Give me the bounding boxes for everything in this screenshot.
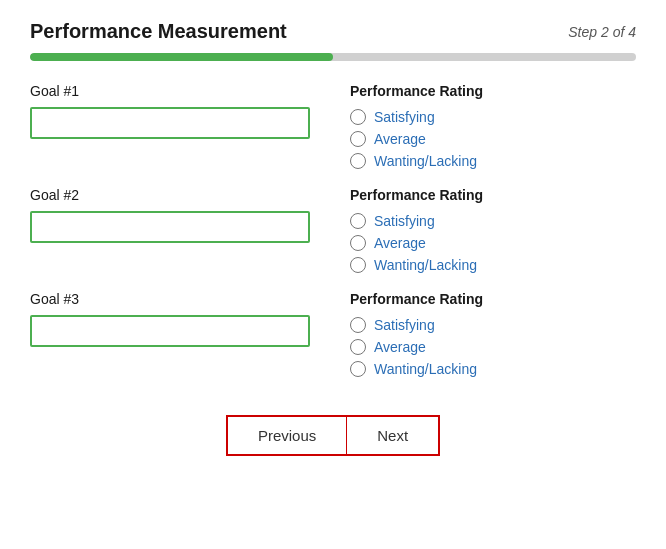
radio-option-2-1[interactable]: Satisfying (350, 213, 636, 229)
goal-left-2: Goal #2 (30, 187, 350, 243)
radio-label-2-3: Wanting/Lacking (374, 257, 477, 273)
goal-input-2[interactable] (30, 211, 310, 243)
radio-label-2-2: Average (374, 235, 426, 251)
radio-option-3-1[interactable]: Satisfying (350, 317, 636, 333)
performance-label-3: Performance Rating (350, 291, 636, 307)
radio-input-3-3[interactable] (350, 361, 366, 377)
radio-input-3-1[interactable] (350, 317, 366, 333)
next-button[interactable]: Next (347, 417, 438, 454)
radio-input-1-1[interactable] (350, 109, 366, 125)
performance-label-1: Performance Rating (350, 83, 636, 99)
radio-option-3-3[interactable]: Wanting/Lacking (350, 361, 636, 377)
goal-row-3: Goal #3Performance RatingSatisfyingAvera… (30, 291, 636, 377)
radio-label-3-1: Satisfying (374, 317, 435, 333)
goals-section: Goal #1Performance RatingSatisfyingAvera… (30, 83, 636, 395)
radio-input-1-3[interactable] (350, 153, 366, 169)
radio-group-3: SatisfyingAverageWanting/Lacking (350, 317, 636, 377)
goal-input-1[interactable] (30, 107, 310, 139)
progress-bar-container (30, 53, 636, 61)
goal-row-1: Goal #1Performance RatingSatisfyingAvera… (30, 83, 636, 169)
page-title: Performance Measurement (30, 20, 287, 43)
radio-option-2-2[interactable]: Average (350, 235, 636, 251)
radio-option-3-2[interactable]: Average (350, 339, 636, 355)
performance-label-2: Performance Rating (350, 187, 636, 203)
radio-option-1-3[interactable]: Wanting/Lacking (350, 153, 636, 169)
progress-bar-fill (30, 53, 333, 61)
previous-button[interactable]: Previous (228, 417, 346, 454)
radio-label-1-3: Wanting/Lacking (374, 153, 477, 169)
radio-option-1-1[interactable]: Satisfying (350, 109, 636, 125)
goal-left-3: Goal #3 (30, 291, 350, 347)
goal-right-3: Performance RatingSatisfyingAverageWanti… (350, 291, 636, 377)
radio-group-2: SatisfyingAverageWanting/Lacking (350, 213, 636, 273)
radio-input-2-3[interactable] (350, 257, 366, 273)
goal-right-2: Performance RatingSatisfyingAverageWanti… (350, 187, 636, 273)
radio-option-2-3[interactable]: Wanting/Lacking (350, 257, 636, 273)
goal-row-2: Goal #2Performance RatingSatisfyingAvera… (30, 187, 636, 273)
radio-label-1-1: Satisfying (374, 109, 435, 125)
goal-label-2: Goal #2 (30, 187, 320, 203)
goal-right-1: Performance RatingSatisfyingAverageWanti… (350, 83, 636, 169)
radio-group-1: SatisfyingAverageWanting/Lacking (350, 109, 636, 169)
radio-option-1-2[interactable]: Average (350, 131, 636, 147)
radio-input-1-2[interactable] (350, 131, 366, 147)
radio-input-2-1[interactable] (350, 213, 366, 229)
step-info: Step 2 of 4 (568, 24, 636, 40)
radio-label-3-2: Average (374, 339, 426, 355)
goal-input-3[interactable] (30, 315, 310, 347)
radio-label-3-3: Wanting/Lacking (374, 361, 477, 377)
buttons-row: Previous Next (30, 415, 636, 456)
button-group: Previous Next (226, 415, 440, 456)
goal-label-1: Goal #1 (30, 83, 320, 99)
radio-label-2-1: Satisfying (374, 213, 435, 229)
goal-left-1: Goal #1 (30, 83, 350, 139)
radio-input-3-2[interactable] (350, 339, 366, 355)
radio-label-1-2: Average (374, 131, 426, 147)
radio-input-2-2[interactable] (350, 235, 366, 251)
goal-label-3: Goal #3 (30, 291, 320, 307)
